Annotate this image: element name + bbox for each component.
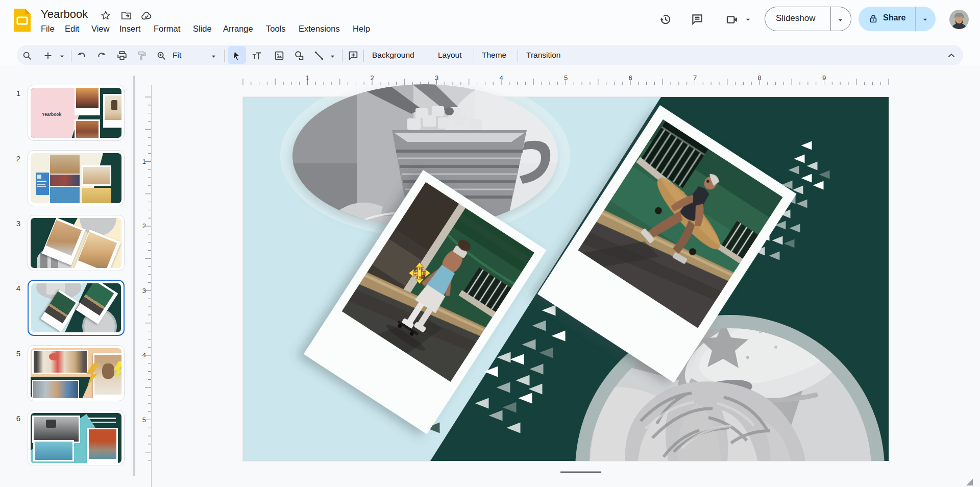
svg-text:1: 1 — [142, 158, 146, 165]
svg-text:8: 8 — [757, 74, 761, 82]
svg-text:1: 1 — [306, 74, 309, 82]
svg-text:4: 4 — [499, 74, 503, 82]
svg-text:6: 6 — [628, 74, 632, 82]
svg-text:3: 3 — [435, 74, 438, 82]
svg-text:5: 5 — [142, 416, 146, 424]
svg-text:7: 7 — [693, 74, 697, 82]
svg-text:5: 5 — [564, 74, 568, 82]
svg-text:2: 2 — [142, 222, 146, 230]
svg-text:3: 3 — [142, 287, 146, 295]
svg-text:2: 2 — [370, 74, 374, 82]
svg-text:4: 4 — [142, 351, 146, 359]
svg-text:9: 9 — [822, 74, 826, 82]
